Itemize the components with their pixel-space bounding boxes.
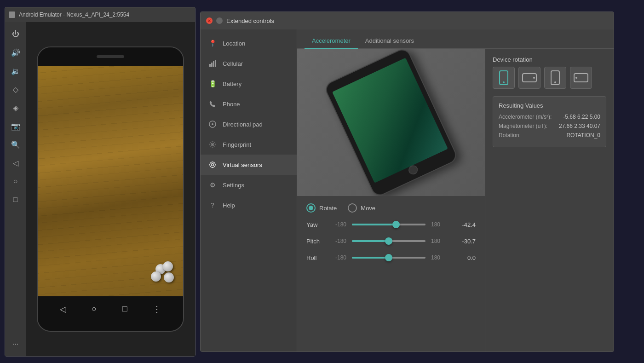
phone-3d-screen-content — [332, 58, 448, 183]
battery-icon: 🔋 — [208, 79, 217, 88]
minimize-button[interactable] — [216, 17, 223, 24]
rotate-icon[interactable]: ◇ — [7, 81, 24, 98]
virtual-sensors-icon — [208, 160, 217, 169]
phone-3d-screen — [332, 58, 448, 183]
cellular-label: Cellular — [223, 60, 243, 67]
rotate-radio[interactable]: Rotate — [306, 203, 337, 213]
recents-nav-btn[interactable]: □ — [122, 304, 127, 314]
roll-value: 0.0 — [453, 254, 476, 261]
rotate-label: Rotate — [319, 205, 337, 212]
recents-icon[interactable]: □ — [7, 191, 24, 208]
rotation-buttons — [493, 67, 606, 89]
phone-speaker — [97, 55, 124, 58]
yaw-min: -180 — [330, 221, 346, 228]
pitch-label: Pitch — [306, 238, 325, 245]
power-icon[interactable]: ⏻ — [7, 26, 24, 42]
pitch-thumb[interactable] — [385, 237, 392, 245]
more-icon[interactable]: ··· — [7, 336, 24, 352]
sidebar-item-virtual-sensors[interactable]: Virtual sensors — [201, 155, 297, 175]
ball4 — [163, 261, 173, 271]
pitch-row: Pitch -180 180 -30.7 — [306, 236, 476, 246]
fingerprint-label: Fingerprint — [223, 141, 251, 148]
svg-point-5 — [212, 123, 213, 125]
yaw-max: 180 — [431, 221, 447, 228]
sidebar-item-location[interactable]: 📍 Location — [201, 33, 297, 53]
home-nav-btn[interactable]: ○ — [92, 304, 97, 314]
sidebar-item-directional[interactable]: Directional pad — [201, 114, 297, 134]
back-nav-btn[interactable]: ◁ — [60, 304, 66, 314]
ext-tabs: Accelerometer Additional sensors — [297, 29, 614, 49]
phone-navbar: ◁ ○ □ ⋮ — [38, 296, 183, 322]
back-icon[interactable]: ◁ — [7, 155, 24, 171]
rotation-landscape-reverse-btn[interactable] — [570, 67, 592, 89]
location-icon: 📍 — [208, 39, 217, 48]
yaw-label: Yaw — [306, 221, 325, 228]
sidebar-spacer — [7, 210, 24, 334]
device-rotation-section: Device rotation — [493, 56, 606, 89]
tab-additional-sensors[interactable]: Additional sensors — [358, 34, 421, 49]
move-label: Move — [361, 205, 375, 212]
phone-bottom — [38, 322, 183, 331]
move-radio-circle — [348, 203, 357, 213]
svg-point-18 — [533, 77, 535, 79]
volume-down-icon[interactable]: 🔉 — [7, 63, 24, 79]
volume-up-icon[interactable]: 🔊 — [7, 44, 24, 61]
wood-lines — [38, 66, 183, 296]
svg-point-20 — [554, 81, 556, 83]
svg-rect-0 — [209, 64, 211, 67]
pitch-min: -180 — [330, 238, 346, 244]
rotate-radio-circle — [306, 203, 316, 213]
accelerometer-row: Accelerometer (m/s²): -5.68 6.22 5.00 — [499, 114, 600, 120]
sensor-left-panel: Rotate Move Yaw -180 — [297, 49, 485, 351]
yaw-row: Yaw -180 180 -42.4 — [306, 220, 476, 229]
rotate2-icon[interactable]: ◈ — [7, 99, 24, 116]
move-radio[interactable]: Move — [348, 203, 375, 213]
emulator-sidebar: ⏻ 🔊 🔉 ◇ ◈ 📷 🔍 ◁ ○ □ ··· — [5, 22, 26, 356]
ext-body: 📍 Location Cellular 🔋 Battery Phone — [201, 29, 614, 351]
directional-icon — [208, 120, 217, 129]
roll-row: Roll -180 180 0.0 — [306, 253, 476, 262]
yaw-thumb[interactable] — [392, 221, 400, 228]
svg-point-10 — [212, 164, 214, 166]
emulator-title: Android Emulator - Nexus_4_API_24_2:5554 — [19, 12, 129, 18]
extended-controls-window: ✕ Extended controls 📍 Location Cellular … — [200, 12, 614, 352]
virtual-sensors-label: Virtual sensors — [223, 161, 262, 168]
roll-label: Roll — [306, 254, 325, 261]
rotation-portrait-btn[interactable] — [493, 67, 515, 89]
magnetometer-row: Magnetometer (uT): 27.66 2.33 40.07 — [499, 123, 600, 129]
phone-icon — [208, 99, 217, 109]
camera-icon[interactable]: 📷 — [7, 118, 24, 134]
menu-nav-btn[interactable]: ⋮ — [153, 304, 161, 314]
location-label: Location — [223, 40, 245, 47]
rotation-portrait-reverse-btn[interactable] — [544, 67, 566, 89]
svg-rect-1 — [211, 63, 213, 67]
phone-display: ◁ ○ □ ⋮ — [26, 22, 195, 356]
ext-sidebar: 📍 Location Cellular 🔋 Battery Phone — [201, 29, 297, 351]
sidebar-item-settings[interactable]: ⚙ Settings — [201, 175, 297, 195]
sidebar-item-phone[interactable]: Phone — [201, 94, 297, 114]
phone-label: Phone — [223, 101, 240, 108]
rotation-landscape-btn[interactable] — [518, 67, 540, 89]
ext-content: Rotate Move Yaw -180 — [297, 49, 614, 351]
sidebar-item-cellular[interactable]: Cellular — [201, 53, 297, 74]
help-label: Help — [223, 202, 235, 209]
phone-3d-container — [297, 49, 485, 196]
sidebar-item-battery[interactable]: 🔋 Battery — [201, 74, 297, 94]
svg-rect-2 — [213, 61, 214, 67]
accelerometer-value: -5.68 6.22 5.00 — [563, 114, 600, 120]
close-button[interactable]: ✕ — [206, 17, 213, 24]
tab-accelerometer[interactable]: Accelerometer — [305, 34, 358, 49]
ext-titlebar: ✕ Extended controls — [201, 12, 614, 29]
phone-screen[interactable] — [38, 66, 183, 296]
pitch-fill — [352, 240, 389, 242]
sidebar-item-help[interactable]: ? Help — [201, 195, 297, 215]
sidebar-item-fingerprint[interactable]: Fingerprint — [201, 134, 297, 155]
yaw-fill — [352, 224, 396, 225]
zoom-icon[interactable]: 🔍 — [7, 136, 24, 153]
svg-point-22 — [575, 77, 577, 79]
home-icon[interactable]: ○ — [7, 173, 24, 190]
resulting-values-panel: Resulting Values Accelerometer (m/s²): -… — [493, 96, 606, 147]
resulting-title: Resulting Values — [499, 102, 600, 109]
roll-thumb[interactable] — [385, 254, 392, 261]
directional-label: Directional pad — [223, 121, 263, 128]
